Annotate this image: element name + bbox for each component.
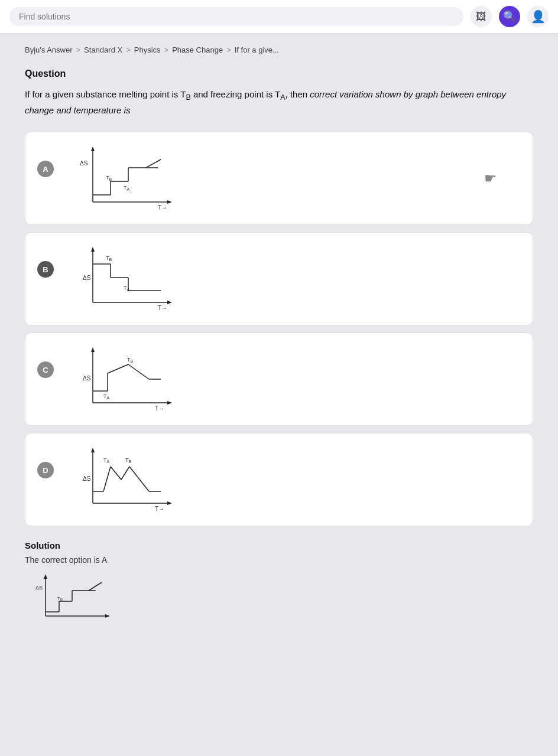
breadcrumb-item-question[interactable]: If for a give... [235, 45, 279, 54]
svg-marker-17 [167, 301, 172, 304]
svg-marker-28 [91, 347, 95, 352]
option-card-d[interactable]: D ΔS T→ TA TB [25, 433, 533, 526]
svg-marker-3 [167, 200, 172, 204]
svg-line-51 [121, 467, 129, 480]
option-label-c: C [37, 361, 54, 378]
solution-label: Solution [25, 540, 533, 550]
svg-text:TB: TB [125, 457, 132, 464]
svg-line-50 [111, 467, 121, 480]
option-card-c[interactable]: C ΔS T→ TA TB [25, 333, 533, 426]
svg-text:ΔS: ΔS [83, 275, 91, 281]
svg-text:ΔS: ΔS [35, 585, 43, 591]
solution-text: The correct option is A [25, 555, 533, 565]
option-label-b: B [37, 261, 54, 278]
search-input[interactable] [9, 7, 463, 26]
option-label-d: D [37, 462, 54, 478]
top-bar: 🖼 🔍 👤 [0, 0, 558, 34]
search-button[interactable]: 🔍 [499, 6, 520, 27]
graph-a: ΔS T→ TB TA [63, 143, 181, 214]
svg-text:TB: TB [106, 175, 112, 181]
option-card-a[interactable]: A ΔS T→ [25, 132, 533, 225]
svg-line-11 [146, 159, 161, 168]
svg-line-52 [129, 467, 149, 491]
svg-line-49 [103, 467, 111, 491]
svg-text:T→: T→ [155, 405, 164, 412]
option-label-a: A [37, 161, 54, 177]
svg-marker-41 [91, 448, 95, 452]
breadcrumb-separator: > [126, 45, 131, 54]
svg-marker-15 [91, 247, 95, 252]
solution-graph: ΔS TB [25, 572, 533, 627]
svg-text:ΔS: ΔS [80, 160, 88, 167]
breadcrumb-item-byjus[interactable]: Byju's Answer [25, 45, 73, 54]
notification-button[interactable]: 🖼 [471, 6, 492, 27]
svg-marker-43 [167, 501, 172, 505]
main-content: Byju's Answer > Standard X > Physics > P… [13, 34, 545, 638]
svg-text:T→: T→ [158, 305, 167, 311]
graph-d: ΔS T→ TA TB [63, 444, 181, 515]
svg-text:ΔS: ΔS [83, 375, 91, 382]
svg-text:TB: TB [127, 357, 134, 363]
option-card-b[interactable]: B TB ΔS T→ TA [25, 232, 533, 325]
breadcrumb-item-standard[interactable]: Standard X [84, 45, 122, 54]
svg-text:T→: T→ [155, 506, 164, 512]
search-icon: 🔍 [503, 10, 516, 23]
svg-marker-30 [167, 401, 172, 405]
svg-text:TA: TA [103, 393, 110, 400]
profile-icon: 👤 [531, 9, 546, 24]
svg-text:TA: TA [124, 185, 130, 191]
svg-marker-55 [44, 574, 47, 579]
svg-line-38 [128, 364, 149, 379]
svg-marker-1 [91, 146, 95, 151]
image-icon: 🖼 [476, 11, 486, 23]
svg-line-37 [108, 364, 128, 373]
solution-section: Solution The correct option is A ΔS TB [25, 540, 533, 627]
svg-line-65 [89, 582, 102, 591]
question-text: If for a given substance melting point i… [25, 87, 533, 118]
breadcrumb-separator: > [164, 45, 169, 54]
svg-text:T→: T→ [158, 204, 167, 211]
breadcrumb-item-phase-change[interactable]: Phase Change [172, 45, 223, 54]
breadcrumb-item-physics[interactable]: Physics [134, 45, 161, 54]
svg-text:TB: TB [57, 596, 63, 601]
svg-text:TA: TA [103, 457, 110, 464]
breadcrumb: Byju's Answer > Standard X > Physics > P… [25, 45, 533, 54]
svg-text:ΔS: ΔS [83, 475, 91, 482]
question-section: Question If for a given substance meltin… [25, 69, 533, 118]
graph-b: TB ΔS T→ TA [63, 243, 181, 314]
svg-marker-57 [105, 614, 110, 618]
svg-text:TB: TB [106, 255, 112, 262]
profile-button[interactable]: 👤 [527, 6, 549, 27]
graph-c: ΔS T→ TA TB [63, 344, 181, 415]
breadcrumb-separator: > [76, 45, 81, 54]
breadcrumb-separator: > [226, 45, 231, 54]
cursor-icon: ☛ [484, 170, 497, 187]
question-label: Question [25, 69, 533, 79]
